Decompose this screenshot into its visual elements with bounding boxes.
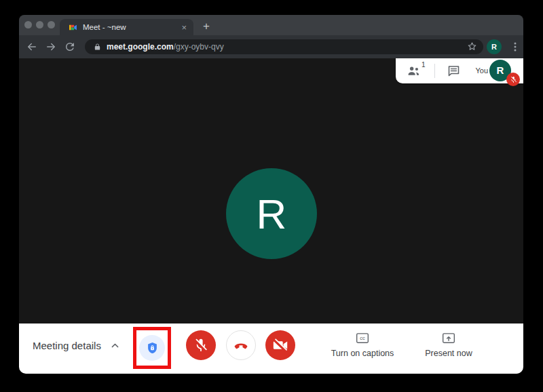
meeting-details-label: Meeting details — [33, 340, 101, 351]
self-view-label: You — [466, 58, 488, 83]
hang-up-button[interactable] — [226, 330, 256, 360]
address-bar[interactable]: meet.google.com/gxy-oybv-qvy — [85, 39, 483, 54]
svg-text:cc: cc — [360, 336, 365, 342]
camera-off-icon — [272, 336, 289, 354]
browser-tab[interactable]: Meet - ~new × — [60, 19, 193, 35]
url-text: meet.google.com/gxy-oybv-qvy — [107, 42, 224, 52]
present-icon — [442, 332, 455, 344]
meeting-details-toggle[interactable]: Meeting details — [33, 338, 119, 352]
forward-icon[interactable] — [45, 41, 57, 53]
new-tab-button[interactable]: + — [198, 18, 214, 35]
mic-off-icon — [192, 336, 210, 354]
traffic-light-zoom[interactable] — [48, 21, 55, 28]
meeting-control-bar: Meeting details — [19, 324, 523, 374]
url-domain: meet.google.com — [107, 42, 174, 52]
shield-lock-icon — [145, 341, 160, 355]
google-meet-favicon — [69, 23, 77, 32]
meeting-top-panel: 1 You R — [396, 58, 523, 83]
chevron-up-icon — [111, 341, 119, 350]
url-path: /gxy-oybv-qvy — [174, 42, 224, 52]
more-options-icon[interactable] — [519, 338, 523, 359]
mic-off-button[interactable] — [186, 330, 216, 360]
back-icon[interactable] — [26, 41, 38, 53]
reload-icon[interactable] — [64, 41, 76, 53]
lock-icon[interactable] — [94, 43, 101, 51]
captions-label: Turn on captions — [325, 349, 400, 358]
captions-icon: cc — [356, 332, 369, 344]
traffic-light-minimize[interactable] — [36, 21, 43, 28]
participants-icon[interactable] — [406, 63, 422, 79]
browser-profile-avatar[interactable]: R — [487, 39, 502, 54]
browser-toolbar: meet.google.com/gxy-oybv-qvy R — [19, 35, 523, 58]
browser-window: Meet - ~new × + meet.google.com/gxy-oybv… — [19, 15, 523, 374]
self-muted-badge — [506, 73, 520, 86]
annotation-highlight-box — [133, 327, 171, 369]
chat-icon[interactable] — [447, 64, 461, 78]
tab-close-icon[interactable]: × — [181, 23, 187, 32]
bookmark-star-icon[interactable] — [466, 41, 478, 52]
tab-title: Meet - ~new — [83, 23, 181, 31]
present-label: Present now — [411, 349, 486, 358]
present-now-button[interactable]: Present now — [411, 332, 486, 358]
hang-up-icon — [232, 336, 250, 354]
camera-off-button[interactable] — [265, 330, 295, 360]
turn-on-captions-button[interactable]: cc Turn on captions — [325, 332, 400, 358]
participant-avatar: R — [226, 168, 317, 259]
traffic-light-close[interactable] — [24, 21, 32, 28]
tab-strip: Meet - ~new × + — [19, 15, 523, 35]
host-controls-button[interactable] — [139, 335, 165, 361]
browser-menu-icon[interactable] — [509, 41, 521, 53]
participant-count: 1 — [422, 61, 426, 68]
panel-divider — [434, 64, 435, 78]
